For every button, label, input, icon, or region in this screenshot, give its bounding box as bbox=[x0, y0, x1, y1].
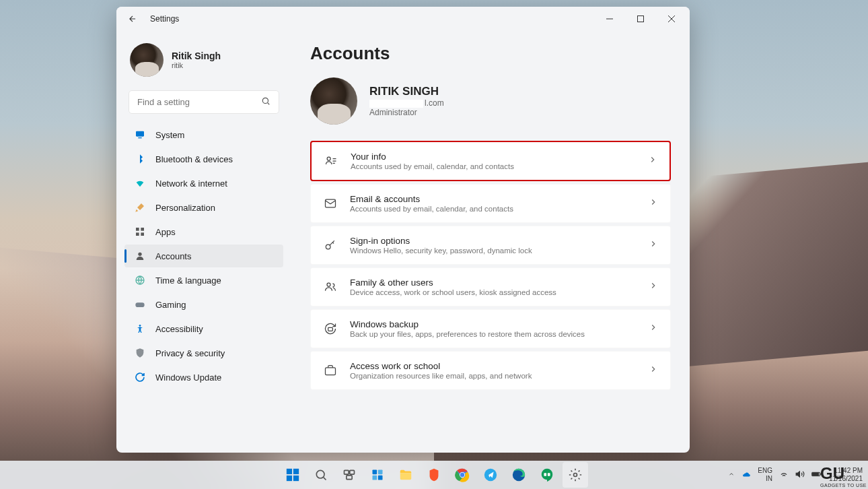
accessibility-icon bbox=[134, 323, 146, 335]
card-subtitle: Organization resources like email, apps,… bbox=[350, 372, 637, 380]
nav-label: Privacy & security bbox=[155, 348, 225, 358]
hangouts-icon[interactable] bbox=[534, 462, 560, 488]
chevron-right-icon bbox=[649, 364, 658, 377]
sidebar-item-time[interactable]: Time & language bbox=[124, 269, 283, 292]
card-title: Family & other users bbox=[350, 278, 637, 288]
settings-card-email[interactable]: Email & accounts Accounts used by email,… bbox=[310, 184, 671, 223]
edge-icon[interactable] bbox=[506, 462, 532, 488]
sidebar-item-accounts[interactable]: Accounts bbox=[124, 244, 283, 267]
system-icon bbox=[134, 129, 146, 141]
svg-marker-43 bbox=[796, 471, 799, 477]
minimize-button[interactable] bbox=[594, 8, 625, 30]
wifi-tray-icon[interactable] bbox=[779, 469, 789, 480]
nav-label: Apps bbox=[155, 227, 176, 237]
svg-rect-25 bbox=[293, 476, 299, 481]
back-button[interactable] bbox=[127, 13, 138, 24]
taskbar: ENG IN 11:42 PM 11/16/2021 bbox=[0, 461, 868, 489]
onedrive-icon[interactable] bbox=[742, 469, 751, 480]
widgets-icon[interactable] bbox=[365, 462, 390, 488]
settings-card-signin[interactable]: Sign-in options Windows Hello, security … bbox=[310, 226, 671, 265]
sidebar-user-block[interactable]: Ritik Singh ritik bbox=[124, 36, 283, 88]
svg-point-37 bbox=[460, 473, 464, 477]
chevron-right-icon bbox=[648, 155, 657, 167]
main-content: Accounts RITIK SINGH l.com Administrator… bbox=[291, 31, 690, 453]
settings-card-work[interactable]: Access work or school Organization resou… bbox=[310, 351, 671, 390]
chevron-right-icon bbox=[649, 197, 658, 209]
apps-icon bbox=[134, 226, 146, 238]
svg-rect-24 bbox=[287, 476, 292, 481]
volume-tray-icon[interactable] bbox=[795, 469, 805, 480]
search-input[interactable] bbox=[137, 97, 261, 107]
chevron-right-icon bbox=[649, 323, 658, 335]
bluetooth-icon bbox=[134, 153, 146, 165]
svg-point-12 bbox=[138, 253, 141, 256]
taskbar-center bbox=[280, 462, 588, 488]
sidebar-item-personalization[interactable]: Personalization bbox=[124, 196, 283, 219]
user-avatar-small bbox=[130, 43, 164, 77]
tray-chevron-icon[interactable] bbox=[728, 471, 735, 479]
svg-rect-23 bbox=[293, 469, 299, 474]
file-explorer-icon[interactable] bbox=[393, 462, 419, 488]
yourinfo-icon bbox=[324, 154, 338, 168]
sidebar-item-apps[interactable]: Apps bbox=[124, 220, 283, 243]
sidebar-item-gaming[interactable]: Gaming bbox=[124, 293, 283, 316]
svg-rect-34 bbox=[378, 476, 383, 480]
settings-card-family[interactable]: Family & other users Device access, work… bbox=[310, 267, 671, 306]
profile-header: RITIK SINGH l.com Administrator bbox=[310, 77, 671, 125]
svg-rect-40 bbox=[544, 473, 546, 476]
svg-rect-21 bbox=[326, 368, 336, 375]
card-title: Email & accounts bbox=[350, 194, 637, 204]
chrome-icon[interactable] bbox=[449, 462, 475, 488]
page-title: Accounts bbox=[310, 43, 671, 64]
watermark: GU GADGETS TO USE bbox=[820, 464, 867, 488]
sidebar-item-bluetooth[interactable]: Bluetooth & devices bbox=[124, 148, 283, 170]
card-subtitle: Accounts used by email, calendar, and co… bbox=[351, 162, 636, 170]
language-indicator[interactable]: ENG IN bbox=[758, 467, 772, 483]
svg-rect-1 bbox=[638, 16, 644, 22]
card-title: Access work or school bbox=[350, 361, 637, 371]
svg-point-42 bbox=[574, 474, 577, 477]
telegram-icon[interactable] bbox=[478, 462, 503, 488]
svg-rect-29 bbox=[350, 470, 355, 474]
maximize-button[interactable] bbox=[625, 8, 656, 30]
card-subtitle: Device access, work or school users, kio… bbox=[350, 288, 637, 296]
card-subtitle: Windows Hello, security key, password, d… bbox=[350, 247, 637, 255]
svg-point-26 bbox=[316, 470, 324, 478]
nav-label: Gaming bbox=[155, 300, 186, 310]
close-button[interactable] bbox=[656, 8, 687, 30]
sidebar-item-privacy[interactable]: Privacy & security bbox=[124, 341, 283, 364]
nav-label: Windows Update bbox=[155, 372, 221, 383]
profile-name: RITIK SINGH bbox=[369, 85, 444, 98]
user-avatar-large bbox=[310, 77, 357, 125]
settings-cards-list: Your info Accounts used by email, calend… bbox=[310, 141, 671, 390]
search-box[interactable] bbox=[129, 90, 279, 114]
family-icon bbox=[323, 280, 338, 294]
backup-icon bbox=[323, 321, 338, 336]
task-view-icon[interactable] bbox=[336, 462, 362, 488]
nav-label: System bbox=[155, 130, 184, 140]
sidebar-item-accessibility[interactable]: Accessibility bbox=[124, 317, 283, 340]
svg-point-15 bbox=[139, 325, 141, 327]
settings-card-backup[interactable]: Windows backup Back up your files, apps,… bbox=[310, 309, 671, 348]
nav-label: Bluetooth & devices bbox=[155, 154, 233, 164]
signin-icon bbox=[323, 238, 338, 253]
svg-rect-32 bbox=[378, 470, 383, 475]
svg-point-4 bbox=[262, 98, 268, 103]
gaming-icon bbox=[134, 298, 146, 311]
sidebar-item-system[interactable]: System bbox=[124, 123, 283, 146]
nav-label: Personalization bbox=[155, 203, 215, 213]
svg-rect-14 bbox=[135, 302, 144, 307]
svg-line-5 bbox=[268, 103, 270, 105]
svg-rect-41 bbox=[548, 473, 550, 476]
svg-rect-9 bbox=[141, 228, 144, 231]
brave-icon[interactable] bbox=[421, 462, 447, 488]
taskbar-search-icon[interactable] bbox=[308, 462, 334, 488]
svg-rect-17 bbox=[326, 199, 336, 207]
svg-point-16 bbox=[327, 157, 330, 160]
start-button[interactable] bbox=[280, 462, 305, 488]
settings-taskbar-icon[interactable] bbox=[563, 462, 588, 488]
settings-card-yourinfo[interactable]: Your info Accounts used by email, calend… bbox=[310, 141, 671, 181]
sidebar-item-update[interactable]: Windows Update bbox=[124, 366, 283, 389]
svg-rect-7 bbox=[138, 137, 141, 138]
sidebar-item-network[interactable]: Network & internet bbox=[124, 172, 283, 195]
